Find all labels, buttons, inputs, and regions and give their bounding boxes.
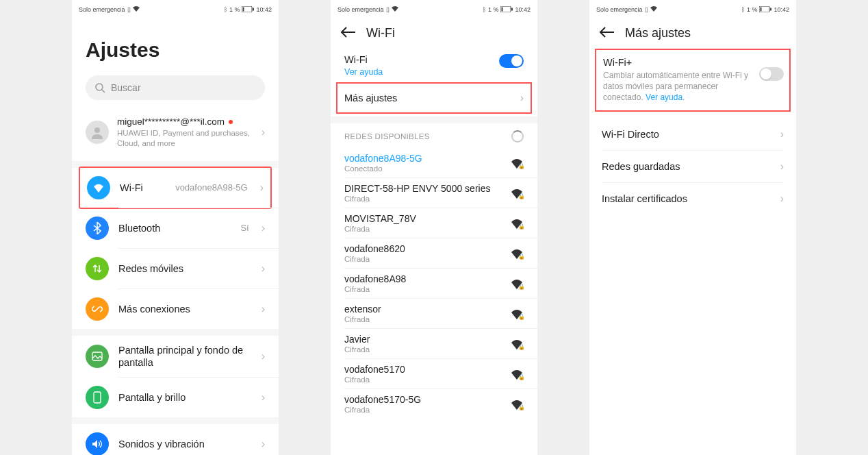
chevron-right-icon: › [261, 438, 265, 450]
statusbar: Solo emergencia ▯ ᛒ 1 % 10:42 [72, 0, 279, 19]
settings-row-mobile[interactable]: Redes móviles › [72, 249, 279, 288]
wifi-signal-icon: 🔒 [510, 399, 524, 410]
wifi-signal-icon: 🔒 [510, 158, 524, 169]
network-row[interactable]: Javier Cifrada 🔒 [331, 329, 537, 358]
network-list: vodafone8A98-5G Conectado 🔒 DIRECT-58-HP… [331, 148, 537, 419]
network-row[interactable]: vodafone8A98-5G Conectado 🔒 [331, 148, 537, 177]
wifi-plus-sub: Cambiar automáticamente entre Wi-Fi y da… [603, 70, 782, 103]
network-row[interactable]: vodafone8A98 Cifrada 🔒 [331, 269, 537, 298]
chevron-right-icon: › [261, 350, 265, 362]
statusbar: Solo emergencia ▯ ᛒ 1 % 10:42 [589, 0, 796, 19]
screen-more-settings: Solo emergencia ▯ ᛒ 1 % 10:42 Más ajuste… [589, 0, 796, 455]
more-settings-label: Más ajustes [344, 93, 397, 103]
wifi-plus-title: Wi-Fi+ [603, 57, 782, 68]
network-row[interactable]: vodafone5170-5G Cifrada 🔒 [331, 389, 537, 419]
network-name: vodafone5170 [344, 364, 502, 375]
network-row[interactable]: DIRECT-58-HP ENVY 5000 series Cifrada 🔒 [331, 178, 537, 208]
svg-rect-13 [761, 7, 762, 11]
network-name: vodafone8A98 [344, 273, 502, 284]
mobile-label: Redes móviles [118, 262, 252, 275]
settings-row-bluetooth[interactable]: Bluetooth Sí › [72, 208, 279, 248]
help-link[interactable]: Ver ayuda [646, 93, 682, 102]
help-link[interactable]: Ver ayuda [344, 67, 383, 77]
wifi-signal-icon: 🔒 [510, 188, 524, 199]
bluetooth-icon: ᛒ [483, 6, 486, 13]
wifi-plus-row[interactable]: Wi-Fi+ Cambiar automáticamente entre Wi-… [595, 49, 791, 112]
page-title: Más ajustes [625, 26, 691, 40]
wifi-status-icon [650, 6, 657, 13]
mobile-data-icon [86, 257, 109, 280]
emergency-text: Solo emergencia [337, 6, 384, 13]
network-row[interactable]: MOVISTAR_78V Cifrada 🔒 [331, 208, 537, 238]
settings-row-connections[interactable]: Más conexiones › [72, 289, 279, 329]
search-input[interactable]: Buscar [86, 75, 265, 100]
settings-row-sound[interactable]: Sonidos y vibración › [72, 424, 279, 455]
account-row[interactable]: miguel**********@***il.com HUAWEI ID, Pa… [72, 110, 279, 161]
sound-label: Sonidos y vibración [118, 438, 252, 450]
lock-icon: 🔒 [518, 344, 525, 350]
network-status: Cifrada [344, 285, 502, 293]
wifi-label: Wi-Fi [344, 54, 383, 65]
battery-icon [500, 6, 513, 14]
install-certs-row[interactable]: Instalar certificados › [589, 183, 796, 214]
sim-icon: ▯ [386, 6, 390, 13]
back-button[interactable] [599, 27, 614, 40]
settings-row-brightness[interactable]: Pantalla y brillo › [72, 378, 279, 417]
bluetooth-icon: ᛒ [224, 6, 227, 13]
wifi-status-icon [133, 6, 140, 13]
network-name: vodafone8A98-5G [344, 153, 502, 164]
wifi-signal-icon: 🔒 [510, 278, 524, 289]
link-icon [86, 297, 109, 321]
settings-row-wallpaper[interactable]: Pantalla principal y fondo de pantalla › [72, 336, 279, 377]
network-row[interactable]: vodafone8620 Cifrada 🔒 [331, 238, 537, 268]
lock-icon: 🔒 [518, 284, 525, 290]
section-title: REDES DISPONIBLES [344, 132, 430, 140]
bluetooth-icon [86, 217, 109, 240]
chevron-right-icon: › [261, 222, 265, 234]
back-button[interactable] [340, 27, 355, 40]
chevron-right-icon: › [260, 182, 264, 194]
network-row[interactable]: extensor Cifrada 🔒 [331, 299, 537, 328]
wifi-plus-toggle[interactable] [759, 67, 784, 81]
network-name: vodafone5170-5G [344, 394, 502, 405]
statusbar: Solo emergencia ▯ ᛒ 1 % 10:42 [331, 0, 537, 19]
page-title: Wi-Fi [366, 26, 395, 40]
screen-wifi: Solo emergencia ▯ ᛒ 1 % 10:42 Wi-Fi Wi-F… [331, 0, 537, 455]
screen-settings: Solo emergencia ▯ ᛒ 1 % 10:42 Ajustes Bu… [72, 0, 279, 455]
battery-icon [242, 6, 254, 14]
lock-icon: 🔒 [518, 314, 525, 320]
svg-point-3 [96, 84, 103, 90]
svg-point-5 [94, 127, 100, 133]
chevron-right-icon: › [261, 262, 265, 275]
more-settings-row[interactable]: Más ajustes › [336, 82, 532, 114]
connections-label: Más conexiones [118, 303, 252, 315]
wifi-signal-icon: 🔒 [510, 218, 524, 229]
saved-networks-row[interactable]: Redes guardadas › [589, 151, 796, 182]
account-email: miguel**********@***il.com [117, 116, 253, 127]
topbar: Wi-Fi [331, 19, 537, 47]
wifi-toggle[interactable] [499, 54, 524, 68]
bluetooth-value: Sí [240, 223, 248, 233]
wifi-direct-row[interactable]: Wi-Fi Directo › [589, 119, 796, 150]
battery-pct: 1 % [229, 6, 240, 13]
bluetooth-label: Bluetooth [118, 222, 231, 234]
svg-rect-2 [243, 7, 244, 11]
network-name: vodafone8620 [344, 243, 502, 254]
network-name: Javier [344, 334, 502, 345]
network-status: Cifrada [344, 406, 502, 414]
lock-icon: 🔒 [518, 404, 525, 410]
wifi-direct-label: Wi-Fi Directo [602, 129, 659, 140]
chevron-right-icon: › [780, 193, 784, 205]
network-row[interactable]: vodafone5170 Cifrada 🔒 [331, 359, 537, 389]
network-status: Cifrada [344, 255, 502, 263]
chevron-right-icon: › [780, 128, 784, 140]
wifi-toggle-row: Wi-Fi Ver ayuda [331, 47, 537, 79]
network-status: Cifrada [344, 315, 502, 323]
wifi-value: vodafone8A98-5G [175, 182, 248, 193]
svg-rect-7 [94, 392, 101, 403]
wifi-signal-icon: 🔒 [510, 308, 524, 319]
settings-row-wifi[interactable]: Wi-Fi vodafone8A98-5G › [79, 167, 272, 209]
network-status: Cifrada [344, 345, 502, 354]
search-icon [95, 83, 105, 93]
avatar [86, 121, 109, 144]
